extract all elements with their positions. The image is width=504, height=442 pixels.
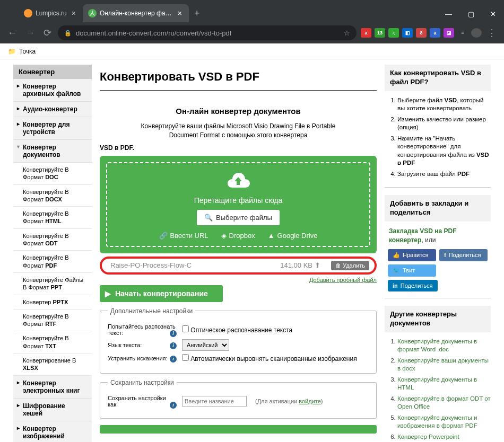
ext-icon[interactable]: a bbox=[430, 28, 440, 38]
info-icon[interactable]: i bbox=[170, 356, 177, 363]
lang-select[interactable]: Английский bbox=[182, 339, 229, 351]
others-title: Другие конвертеры документов bbox=[385, 306, 491, 332]
list-item[interactable]: Конвертируйте документы в HTML bbox=[397, 376, 491, 392]
sidebar-cat-ebook[interactable]: Конвертер электронных книг bbox=[13, 376, 92, 399]
sidebar-sub-pptx[interactable]: Конвертер PPTX bbox=[13, 295, 92, 310]
url-text: document.online-convert.com/ru/convert/v… bbox=[76, 29, 340, 37]
delete-file-button[interactable]: 🗑Удалить bbox=[331, 261, 369, 270]
dropzone[interactable]: Перетащите файлы сюда 🔍Выберите файлы 🔗В… bbox=[100, 156, 377, 253]
lang-label: Язык текста:i bbox=[108, 342, 177, 348]
list-item[interactable]: Конвертируйте ваши документы в docx bbox=[397, 357, 491, 373]
ocr-checkbox-label[interactable]: Оптическое распознавание текста bbox=[182, 325, 292, 334]
close-icon[interactable]: × bbox=[176, 9, 184, 17]
minimize-button[interactable]: — bbox=[437, 6, 460, 22]
list-item[interactable]: Конвертируйте в формат ODT от Open Offic… bbox=[397, 395, 491, 411]
browser-titlebar: Lumpics.ru × 人 Онлайн-конвертер файлов V… bbox=[0, 0, 504, 22]
deskew-checkbox-label[interactable]: Автоматически выровнять сканированные из… bbox=[182, 354, 357, 363]
favicon-icon: 人 bbox=[88, 9, 97, 17]
bottom-green-bar bbox=[100, 425, 377, 434]
deskew-checkbox[interactable] bbox=[182, 354, 189, 361]
upload-icon: ⬆ bbox=[315, 261, 320, 269]
dropbox-link[interactable]: ◈Dropbox bbox=[221, 232, 255, 240]
linkedin-icon: in bbox=[393, 282, 398, 289]
browser-tab-active[interactable]: 人 Онлайн-конвертер файлов VSD × bbox=[83, 4, 189, 22]
tweet-button[interactable]: 🐦Твит bbox=[388, 264, 436, 277]
sidebar-sub-html[interactable]: Конвертируйте В Формат HTML bbox=[13, 207, 92, 229]
forward-button[interactable]: → bbox=[23, 25, 37, 41]
sidebar-cat-audio[interactable]: Аудио-конвертер bbox=[13, 102, 92, 117]
thumbs-up-icon: 👍 bbox=[393, 252, 400, 259]
other-converters-list: Конвертируйте документы в формат Word .d… bbox=[385, 338, 491, 442]
bookmarks-bar: 📁 Точка bbox=[0, 43, 504, 59]
bookmark-link[interactable]: Закладка VSD на PDF конвертер, или bbox=[385, 227, 491, 249]
file-name: Raise-PO-Process-Flow-C bbox=[107, 261, 280, 269]
maximize-button[interactable]: ▢ bbox=[460, 6, 482, 22]
facebook-icon: f bbox=[444, 252, 446, 258]
sidebar-sub-rtf[interactable]: Конвертируйте В Формат RTF bbox=[13, 310, 92, 332]
sidebar-sub-pdf[interactable]: Конвертируйте В Формат PDF bbox=[13, 251, 92, 273]
trash-icon: 🗑 bbox=[335, 262, 341, 269]
close-button[interactable]: ✕ bbox=[482, 6, 504, 22]
page-title: Конвертировать VSD в PDF bbox=[100, 65, 377, 91]
ext-icon[interactable]: ◪ bbox=[444, 28, 454, 38]
star-icon[interactable]: ☆ bbox=[344, 29, 350, 37]
main-content: Конвертировать VSD в PDF Он-лайн конверт… bbox=[97, 65, 379, 442]
close-icon[interactable]: × bbox=[70, 9, 77, 17]
folder-icon: 📁 bbox=[8, 48, 16, 55]
sidebar-cat-device[interactable]: Конвертер для устройств bbox=[13, 117, 92, 140]
sidebar-sub-ppt[interactable]: Конвертируйте Файлы В Формат PPT bbox=[13, 273, 92, 295]
ext-icon[interactable]: ◧ bbox=[402, 28, 413, 38]
gdrive-icon: ▲ bbox=[268, 232, 275, 240]
sidebar-cat-image[interactable]: Конвертер изображений bbox=[13, 421, 92, 442]
avatar[interactable] bbox=[471, 28, 482, 38]
sidebar-header: Конвертер bbox=[13, 65, 92, 79]
sidebar-sub-odt[interactable]: Конвертируйте В Формат ODT bbox=[13, 229, 92, 251]
list-item: Выберите файл VSD, который вы хотите кон… bbox=[397, 96, 491, 113]
sidebar-cat-archive[interactable]: Конвертер архивных файлов bbox=[13, 79, 92, 102]
list-item[interactable]: Конвертер Powerpoint bbox=[397, 433, 491, 441]
url-input[interactable]: 🔒 document.online-convert.com/ru/convert… bbox=[58, 25, 357, 40]
favicon-icon bbox=[24, 9, 32, 17]
share-vk-button[interactable]: fПоделиться bbox=[439, 249, 488, 261]
pick-files-button[interactable]: 🔍Выберите файлы bbox=[197, 210, 280, 225]
ext-icon[interactable]: a bbox=[361, 28, 371, 38]
ext-icon[interactable]: ≡ bbox=[457, 28, 468, 38]
dropbox-icon: ◈ bbox=[221, 232, 227, 240]
add-trial-link[interactable]: Добавить пробный файл bbox=[100, 275, 377, 285]
sidebar-sub-docx[interactable]: Конвертируйте В Формат DOCX bbox=[13, 185, 92, 207]
ext-icon[interactable]: 13 bbox=[375, 28, 385, 38]
new-tab-button[interactable]: + bbox=[189, 8, 205, 22]
sidebar-cat-docs[interactable]: Конвертер документов bbox=[13, 140, 92, 163]
gdrive-link[interactable]: ▲Google Drive bbox=[268, 232, 318, 240]
info-icon[interactable]: i bbox=[170, 402, 177, 409]
play-icon: ▶ bbox=[105, 289, 111, 298]
save-name-input[interactable] bbox=[182, 396, 247, 406]
info-icon[interactable]: i bbox=[170, 342, 177, 349]
sidebar-sub-xlsx[interactable]: Конвертирование В XLSX bbox=[13, 353, 92, 376]
reload-button[interactable]: ⟳ bbox=[41, 25, 54, 41]
start-convert-button[interactable]: ▶Начать конвертирование bbox=[100, 285, 223, 302]
sidebar-cat-hash[interactable]: Шифрование хешей bbox=[13, 399, 92, 421]
share-li-button[interactable]: inПоделиться bbox=[388, 280, 438, 291]
info-icon[interactable]: i bbox=[170, 330, 177, 337]
menu-button[interactable]: ⋮ bbox=[485, 25, 499, 41]
window-controls: — ▢ ✕ bbox=[437, 6, 504, 22]
login-link[interactable]: войдите bbox=[299, 398, 321, 404]
browser-tab[interactable]: Lumpics.ru × bbox=[19, 4, 83, 22]
uploaded-file-row: Raise-PO-Process-Flow-C 141.00 KB⬆ 🗑Удал… bbox=[107, 261, 369, 270]
url-input-link[interactable]: 🔗Ввести URL bbox=[159, 232, 208, 240]
back-button[interactable]: ← bbox=[5, 25, 19, 41]
ext-icon[interactable]: 8 bbox=[416, 28, 427, 38]
list-item[interactable]: Конвертируйте документы в формат Word .d… bbox=[397, 338, 491, 354]
sidebar-sub-doc[interactable]: Конвертируйте В Формат DOC bbox=[13, 163, 92, 185]
list-item[interactable]: Конвертируйте документы и изображения в … bbox=[397, 414, 491, 430]
like-button[interactable]: 👍Нравится bbox=[388, 249, 436, 261]
sidebar-sub-txt[interactable]: Конвертируйте В Формат TXT bbox=[13, 331, 92, 353]
address-bar: ← → ⟳ 🔒 document.online-convert.com/ru/c… bbox=[0, 22, 504, 43]
bookmark-item[interactable]: Точка bbox=[19, 48, 36, 55]
additional-settings: Дополнительные настройки Попытайтесь рас… bbox=[100, 307, 377, 374]
tab-title: Онлайн-конвертер файлов VSD bbox=[100, 10, 173, 17]
ext-icon[interactable]: ♫ bbox=[388, 28, 399, 38]
ocr-checkbox[interactable] bbox=[182, 325, 189, 332]
lock-icon: 🔒 bbox=[64, 30, 72, 37]
